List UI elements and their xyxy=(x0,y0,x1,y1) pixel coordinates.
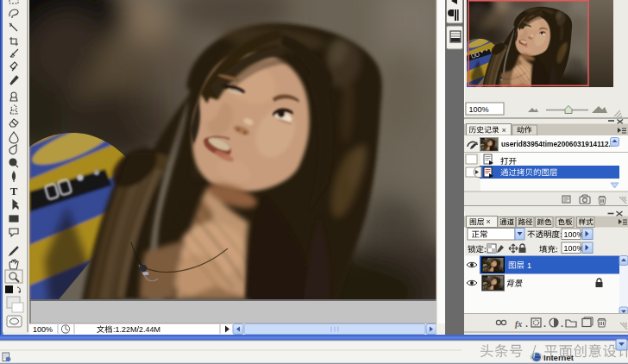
svg-text:.: . xyxy=(561,318,563,329)
svg-text:.: . xyxy=(525,318,528,329)
svg-text:T: T xyxy=(10,185,18,198)
svg-text:.: . xyxy=(543,318,546,329)
svg-text:100%: 100% xyxy=(469,105,489,114)
svg-text:100%: 100% xyxy=(564,230,584,239)
svg-text:fx: fx xyxy=(515,319,522,329)
svg-text:100%: 100% xyxy=(564,244,584,253)
svg-text:×: × xyxy=(502,126,506,135)
svg-text:Internet: Internet xyxy=(543,353,575,362)
svg-text:1: 1 xyxy=(527,260,531,270)
svg-text::1.22M/2.44M: :1.22M/2.44M xyxy=(113,325,160,334)
svg-text:×: × xyxy=(487,217,491,226)
svg-text:100%: 100% xyxy=(33,325,53,334)
svg-text:userid83954time2006031914112..: userid83954time2006031914112... xyxy=(501,140,614,148)
